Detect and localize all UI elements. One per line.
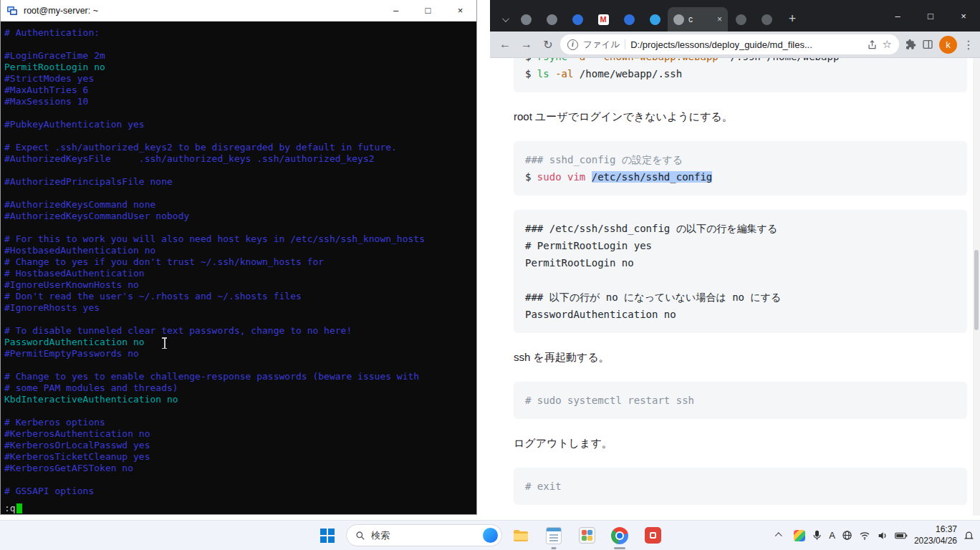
tray-app-icon[interactable] [794, 530, 805, 541]
search-icon [355, 531, 365, 541]
windows-logo-icon [320, 529, 335, 543]
terminal-line: #AuthorizedPrincipalsFile none [4, 176, 473, 188]
browser-tab-active[interactable]: c× [668, 7, 728, 32]
code-line: PasswordAuthentication no [525, 306, 956, 323]
browser-minimize-button[interactable]: – [881, 0, 914, 32]
terminal-line: PasswordAuthentication no [4, 337, 473, 348]
taskbar-app-icon-notepad[interactable] [539, 521, 568, 550]
taskbar-center-group: 検索 [313, 521, 667, 550]
taskbar-app-icon-3[interactable] [572, 521, 601, 550]
browser-close-button[interactable]: × [947, 0, 980, 32]
terminal-line: #HostbasedAuthentication no [4, 245, 473, 256]
browser-tab[interactable] [728, 7, 754, 32]
url-text: D:/projects/lessons/deploy_guide/md_file… [630, 39, 861, 50]
doc-paragraph: ssh を再起動する。 [514, 349, 967, 366]
terminal-blank-line [4, 314, 473, 325]
running-indicator-active [614, 547, 625, 549]
ime-mode-indicator[interactable]: A [829, 530, 835, 541]
terminal-line: # Authentication: [4, 27, 473, 39]
terminal-body[interactable]: # Authentication: #LoginGraceTime 2mPerm… [1, 21, 476, 503]
code-line: # sudo systemctl restart ssh [525, 392, 956, 409]
taskbar: 検索 [0, 520, 980, 550]
terminal-close-button[interactable]: × [444, 0, 476, 21]
code-block: # sudo systemctl restart ssh [514, 382, 967, 419]
globe-icon[interactable] [842, 530, 852, 541]
clock-time: 16:37 [914, 524, 957, 536]
notepad-icon [546, 527, 562, 544]
scrollbar-track[interactable] [973, 58, 980, 516]
scrollbar-thumb[interactable] [974, 250, 979, 330]
back-button[interactable]: ← [496, 35, 514, 54]
browser-toolbar: ← → ↻ i ファイル D:/projects/lessons/deploy_… [490, 32, 980, 58]
taskbar-app-icon-explorer[interactable] [506, 521, 535, 550]
terminal-line: # some PAM modules and threads) [4, 382, 473, 394]
taskbar-clock[interactable]: 16:37 2023/04/26 [914, 524, 957, 546]
tab-list: Mc× [513, 7, 779, 32]
folder-icon [512, 527, 529, 544]
code-line: ### /etc/ssh/sshd_config の以下の行を編集する [525, 220, 956, 237]
terminal-blank-line [4, 474, 473, 486]
terminal-line: #LoginGraceTime 2m [4, 50, 473, 62]
profile-avatar[interactable]: k [939, 36, 957, 54]
tab-favicon [624, 14, 635, 25]
terminal-line: #StrictModes yes [4, 73, 473, 85]
page-info-icon[interactable]: i [567, 39, 578, 50]
taskbar-app-icon-chrome[interactable] [605, 521, 634, 550]
forward-button[interactable]: → [517, 35, 536, 54]
tab-favicon [572, 14, 583, 25]
tab-search-button[interactable] [496, 7, 513, 32]
code-line: # exit [525, 478, 956, 495]
tray-overflow-button[interactable] [770, 524, 787, 547]
browser-tab[interactable] [539, 7, 565, 32]
putty-app-icon [6, 5, 18, 16]
terminal-line: #IgnoreRhosts yes [4, 302, 473, 314]
terminal-line: # To disable tunneled clear text passwor… [4, 325, 473, 337]
volume-icon[interactable] [877, 530, 888, 541]
new-tab-button[interactable]: + [782, 9, 802, 29]
terminal-maximize-button[interactable]: □ [412, 0, 444, 21]
terminal-line: KbdInteractiveAuthentication no [4, 394, 473, 405]
doc-paragraph: root ユーザでログインできないようにする。 [514, 108, 967, 125]
battery-icon[interactable] [895, 531, 908, 541]
microphone-icon[interactable] [812, 530, 822, 541]
taskbar-search-box[interactable]: 検索 [346, 524, 502, 546]
browser-window: Mc× + – □ × ← → ↻ i ファイル D:/projects/les… [490, 0, 980, 516]
terminal-titlebar[interactable]: root@my-server: ~ – □ × [1, 0, 476, 21]
code-line: ### 以下の行が no になっていない場合は no にする [525, 289, 956, 306]
gmail-favicon: M [598, 14, 609, 25]
tab-close-icon[interactable]: × [717, 15, 722, 24]
share-icon[interactable] [867, 39, 878, 50]
code-block: $ rsync -a --chown=webapp:webapp ~/.ssh … [514, 58, 967, 92]
browser-menu-button[interactable]: ⋮ [963, 38, 974, 52]
side-panel-icon[interactable] [922, 39, 933, 50]
extensions-puzzle-icon[interactable] [905, 39, 916, 50]
taskbar-app-icon-red[interactable] [638, 521, 667, 550]
browser-tab[interactable] [754, 7, 779, 32]
terminal-line: # Expect .ssh/authorized_keys2 to be dis… [4, 142, 473, 153]
bookmark-star-icon[interactable]: ☆ [883, 38, 892, 51]
browser-tab[interactable] [513, 7, 539, 32]
notification-bell-icon[interactable] [964, 530, 974, 541]
browser-tab[interactable]: M [590, 7, 616, 32]
reload-button[interactable]: ↻ [539, 35, 557, 54]
browser-maximize-button[interactable]: □ [914, 0, 947, 32]
address-bar[interactable]: i ファイル D:/projects/lessons/deploy_guide/… [560, 34, 899, 54]
terminal-cursor [16, 503, 22, 513]
terminal-line: #KerberosTicketCleanup yes [4, 451, 473, 463]
browser-tab[interactable] [616, 7, 642, 32]
terminal-window-title: root@my-server: ~ [24, 6, 374, 16]
start-button[interactable] [313, 521, 342, 550]
wifi-icon[interactable] [859, 530, 870, 541]
terminal-minimize-button[interactable]: – [380, 0, 412, 21]
tab-favicon [736, 14, 746, 25]
browser-tab[interactable] [642, 7, 668, 32]
terminal-line: # Don't read the user's ~/.rhosts and ~/… [4, 291, 473, 302]
terminal-line: #KerberosGetAFSToken no [4, 463, 473, 474]
vim-command-line: :q [1, 503, 476, 514]
terminal-blank-line [4, 222, 473, 233]
browser-tab[interactable] [565, 7, 590, 32]
tab-favicon [521, 14, 532, 25]
terminal-blank-line [4, 107, 473, 119]
clock-date: 2023/04/26 [914, 536, 957, 547]
terminal-blank-line [4, 188, 473, 199]
